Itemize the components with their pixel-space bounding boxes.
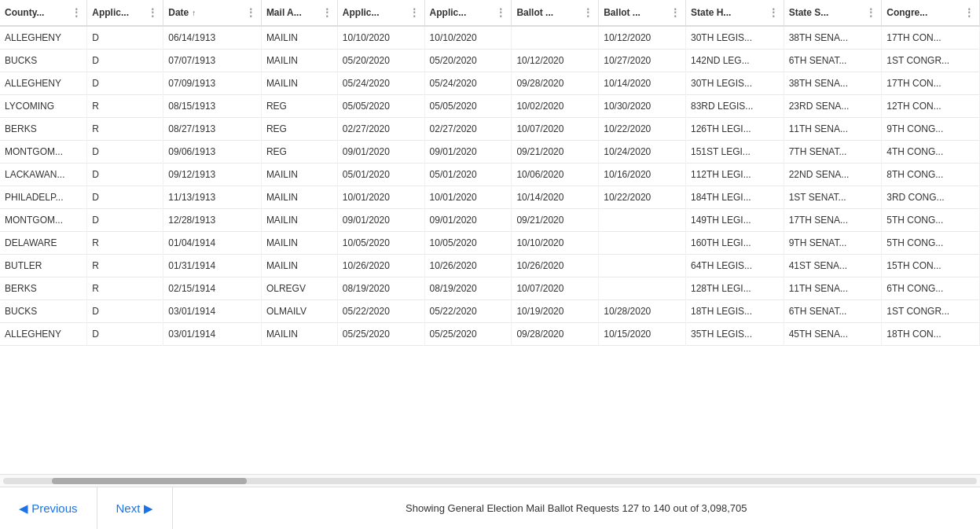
cell-ballot2: 10/27/2020	[599, 50, 686, 72]
cell-county: BUCKS	[0, 300, 87, 323]
cell-applic3: 05/01/2020	[424, 163, 512, 186]
col-header-county[interactable]: County...⋮	[0, 0, 87, 26]
cell-applic3: 05/05/2020	[424, 95, 512, 118]
table-row[interactable]: DELAWARER01/04/1914MAILIN10/05/202010/05…	[0, 232, 980, 255]
col-label-date: Date	[168, 7, 189, 18]
cell-applic3: 05/20/2020	[424, 50, 512, 72]
next-button[interactable]: Next ▶	[97, 487, 173, 530]
col-header-applic3[interactable]: Applic...⋮	[424, 0, 512, 26]
col-label-states: State S...	[789, 7, 829, 18]
table-row[interactable]: BERKSR08/27/1913REG02/27/202002/27/20201…	[0, 118, 980, 141]
cell-states: 38TH SENA...	[784, 72, 882, 95]
cell-ballot2	[599, 232, 686, 255]
cell-ballot2: 10/30/2020	[599, 95, 686, 118]
col-header-ballot2[interactable]: Ballot ...⋮	[599, 0, 686, 26]
col-menu-icon-ballot2[interactable]: ⋮	[670, 6, 681, 19]
cell-mail: MAILIN	[261, 26, 337, 50]
col-header-date[interactable]: Date↑⋮	[163, 0, 262, 26]
col-menu-icon-stateh[interactable]: ⋮	[768, 6, 779, 19]
cell-applic1: D	[87, 186, 163, 209]
scrollbar-track[interactable]	[3, 478, 977, 484]
cell-stateh: 83RD LEGIS...	[686, 95, 784, 118]
cell-ballot2	[599, 255, 686, 277]
col-label-congre: Congre...	[886, 7, 927, 18]
cell-applic1: R	[87, 118, 163, 141]
table-row[interactable]: BUTLERR01/31/1914MAILIN10/26/202010/26/2…	[0, 255, 980, 277]
cell-stateh: 18TH LEGIS...	[686, 300, 784, 323]
col-header-applic2[interactable]: Applic...⋮	[337, 0, 424, 26]
horizontal-scrollbar[interactable]	[0, 474, 980, 487]
col-menu-icon-states[interactable]: ⋮	[865, 6, 876, 19]
table-row[interactable]: LACKAWAN...D09/12/1913MAILIN05/01/202005…	[0, 163, 980, 186]
cell-stateh: 128TH LEGI...	[686, 277, 784, 300]
cell-states: 23RD SENA...	[784, 95, 882, 118]
col-header-congre[interactable]: Congre...⋮	[882, 0, 980, 26]
main-container: County...⋮Applic...⋮Date↑⋮Mail A...⋮Appl…	[0, 0, 980, 529]
cell-congre: 17TH CON...	[882, 26, 980, 50]
cell-states: 6TH SENAT...	[784, 50, 882, 72]
cell-mail: MAILIN	[261, 255, 337, 277]
cell-applic1: D	[87, 323, 163, 346]
cell-date: 09/12/1913	[163, 163, 262, 186]
col-menu-icon-congre[interactable]: ⋮	[963, 6, 974, 19]
table-row[interactable]: MONTGOM...D09/06/1913REG09/01/202009/01/…	[0, 141, 980, 163]
cell-applic3: 02/27/2020	[424, 118, 512, 141]
cell-states: 7TH SENAT...	[784, 141, 882, 163]
col-header-states[interactable]: State S...⋮	[784, 0, 882, 26]
cell-county: DELAWARE	[0, 232, 87, 255]
cell-congre: 18TH CON...	[882, 323, 980, 346]
cell-mail: MAILIN	[261, 50, 337, 72]
cell-ballot1: 10/19/2020	[512, 300, 599, 323]
table-row[interactable]: PHILADELP...D11/13/1913MAILIN10/01/20201…	[0, 186, 980, 209]
cell-ballot1: 10/07/2020	[512, 118, 599, 141]
col-menu-icon-applic3[interactable]: ⋮	[495, 6, 506, 19]
col-header-applic1[interactable]: Applic...⋮	[87, 0, 163, 26]
cell-applic3: 05/24/2020	[424, 72, 512, 95]
cell-ballot2	[599, 209, 686, 232]
cell-stateh: 126TH LEGI...	[686, 118, 784, 141]
col-header-ballot1[interactable]: Ballot ...⋮	[512, 0, 599, 26]
cell-county: BUCKS	[0, 50, 87, 72]
cell-applic3: 09/01/2020	[424, 209, 512, 232]
cell-county: MONTGOM...	[0, 141, 87, 163]
cell-states: 9TH SENAT...	[784, 232, 882, 255]
cell-applic2: 05/25/2020	[337, 323, 424, 346]
cell-county: BERKS	[0, 118, 87, 141]
col-label-mail: Mail A...	[266, 7, 302, 18]
cell-stateh: 30TH LEGIS...	[686, 72, 784, 95]
sort-asc-icon: ↑	[192, 9, 196, 17]
table-row[interactable]: MONTGOM...D12/28/1913MAILIN09/01/202009/…	[0, 209, 980, 232]
cell-date: 08/27/1913	[163, 118, 262, 141]
col-menu-icon-applic2[interactable]: ⋮	[409, 6, 420, 19]
table-row[interactable]: BUCKSD03/01/1914OLMAILV05/22/202005/22/2…	[0, 300, 980, 323]
col-menu-icon-county[interactable]: ⋮	[71, 6, 82, 19]
cell-states: 17TH SENA...	[784, 209, 882, 232]
cell-date: 12/28/1913	[163, 209, 262, 232]
table-row[interactable]: LYCOMINGR08/15/1913REG05/05/202005/05/20…	[0, 95, 980, 118]
cell-applic3: 05/25/2020	[424, 323, 512, 346]
cell-applic3: 10/26/2020	[424, 255, 512, 277]
cell-applic1: D	[87, 72, 163, 95]
cell-congre: 4TH CONG...	[882, 141, 980, 163]
cell-stateh: 112TH LEGI...	[686, 163, 784, 186]
table-row[interactable]: ALLEGHENYD03/01/1914MAILIN05/25/202005/2…	[0, 323, 980, 346]
table-row[interactable]: ALLEGHENYD06/14/1913MAILIN10/10/202010/1…	[0, 26, 980, 50]
cell-applic3: 10/01/2020	[424, 186, 512, 209]
col-header-mail[interactable]: Mail A...⋮	[261, 0, 337, 26]
table-row[interactable]: BUCKSD07/07/1913MAILIN05/20/202005/20/20…	[0, 50, 980, 72]
cell-applic1: D	[87, 50, 163, 72]
col-menu-icon-applic1[interactable]: ⋮	[147, 6, 158, 19]
cell-ballot1: 10/14/2020	[512, 186, 599, 209]
table-row[interactable]: ALLEGHENYD07/09/1913MAILIN05/24/202005/2…	[0, 72, 980, 95]
cell-ballot1: 10/07/2020	[512, 277, 599, 300]
col-menu-icon-date[interactable]: ⋮	[245, 6, 256, 19]
cell-applic2: 09/01/2020	[337, 141, 424, 163]
col-menu-icon-ballot1[interactable]: ⋮	[582, 6, 593, 19]
cell-date: 08/15/1913	[163, 95, 262, 118]
col-menu-icon-mail[interactable]: ⋮	[321, 6, 332, 19]
col-header-stateh[interactable]: State H...⋮	[686, 0, 784, 26]
scrollbar-thumb[interactable]	[52, 478, 247, 484]
table-row[interactable]: BERKSR02/15/1914OLREGV08/19/202008/19/20…	[0, 277, 980, 300]
previous-button[interactable]: ◀ Previous	[0, 487, 97, 530]
cell-ballot2: 10/22/2020	[599, 118, 686, 141]
